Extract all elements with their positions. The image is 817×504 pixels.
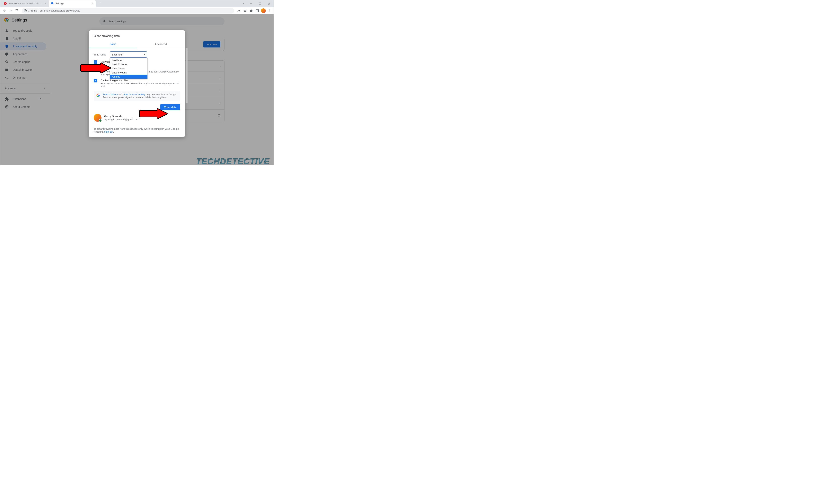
svg-marker-17 [140,109,167,119]
cached-row[interactable]: ✓ Cached images and files Frees up less … [94,79,180,88]
share-button[interactable] [236,8,242,13]
close-icon[interactable]: × [44,2,47,5]
tab-strip: How to clear cache and cookies c × Setti… [0,0,274,7]
svg-rect-1 [250,4,252,4]
dialog-tabs: Basic Advanced [89,40,185,48]
time-option[interactable]: Last 24 hours [110,62,147,66]
dialog-tab-advanced[interactable]: Advanced [137,40,185,48]
tab-list: How to clear cache and cookies c × Setti… [0,0,103,7]
scrollbar-thumb[interactable] [185,48,187,103]
synced-user-row: Gerry Durande Syncing to germd94@gmail.c… [89,110,185,122]
clear-browsing-data-dialog: Clear browsing data Basic Advanced Time … [89,30,185,137]
minimize-button[interactable] [247,0,256,7]
svg-point-0 [4,2,7,5]
time-range-popup: Last hour Last 24 hours Last 7 days Last… [110,58,148,79]
time-option[interactable]: Last 4 weeks [110,71,147,75]
sync-badge-icon [99,119,102,122]
time-range-label: Time range [94,53,106,56]
annotation-arrow-1 [81,63,110,73]
new-tab-button[interactable]: + [97,0,103,6]
svg-point-3 [24,9,26,12]
tab-title: How to clear cache and cookies c [8,2,42,5]
window-controls [240,0,274,7]
settings-gear-icon [51,2,54,5]
caret-down-icon: ▼ [143,54,145,56]
maximize-button[interactable] [256,0,265,7]
browsing-history-title: Browsin [101,60,110,63]
cached-title: Cached images and files [101,79,180,82]
trend-favicon-icon [4,2,7,5]
info-box: Search history and other forms of activi… [94,91,180,101]
tab-active[interactable]: Settings × [49,0,96,7]
sign-out-link[interactable]: sign out [104,130,113,133]
annotation-arrow-2 [140,109,167,119]
watermark: TECHDETECTIVE [196,157,270,165]
omnibox[interactable]: Chrome chrome://settings/clearBrowserDat… [22,8,234,13]
toolbar: Chrome chrome://settings/clearBrowserDat… [0,7,274,14]
close-icon[interactable]: × [90,2,94,5]
dialog-tab-basic[interactable]: Basic [89,40,137,48]
menu-button[interactable] [267,8,272,13]
tab-inactive[interactable]: How to clear cache and cookies c × [2,0,49,7]
profile-avatar[interactable] [261,8,266,13]
url-text: chrome://settings/clearBrowserData [40,9,80,12]
checkbox-checked[interactable]: ✓ [94,79,97,82]
svg-point-9 [269,11,270,12]
tab-title: Settings [55,2,89,5]
site-info[interactable]: Chrome [24,9,38,12]
svg-point-4 [25,10,26,11]
chrome-icon [24,9,27,12]
scrollbar-track[interactable] [185,48,187,101]
cached-sub: Frees up less than 56.7 MB. Some sites m… [101,82,180,88]
time-option[interactable]: Last hour [110,58,147,62]
svg-point-8 [269,10,270,11]
close-window-button[interactable] [265,0,274,7]
info-text: Search history and other forms of activi… [103,93,177,99]
forward-button[interactable] [8,8,13,13]
bookmark-button[interactable] [242,8,248,13]
svg-rect-6 [258,10,259,12]
user-name: Gerry Durande [104,115,138,118]
dialog-title: Clear browsing data [89,30,185,40]
svg-point-7 [269,9,270,10]
search-history-link[interactable]: Search history [103,93,118,96]
google-icon [96,94,100,97]
signout-text: To clear browsing data from this device … [89,125,185,133]
time-range-row: Time range Last hour ▼ Last hour Last 24… [94,51,180,58]
site-label: Chrome [28,9,37,12]
other-activity-link[interactable]: other forms of activity [123,93,145,96]
omnibox-divider [38,9,38,12]
user-sync-text: Syncing to germd94@gmail.com [104,118,138,121]
browser-window: How to clear cache and cookies c × Setti… [0,0,274,165]
time-option[interactable]: Last 7 days [110,66,147,71]
svg-marker-16 [81,63,110,73]
back-button[interactable] [2,8,7,13]
svg-rect-2 [259,3,261,5]
time-range-value: Last hour [112,53,123,56]
tab-search-icon[interactable] [240,1,247,6]
dialog-footer: Clear data [89,101,185,110]
user-avatar [94,114,101,122]
sidepanel-button[interactable] [255,8,260,13]
time-range-select[interactable]: Last hour ▼ Last hour Last 24 hours Last… [110,51,147,58]
extensions-button[interactable] [249,8,254,13]
reload-button[interactable] [14,8,20,13]
dialog-body: Time range Last hour ▼ Last hour Last 24… [89,48,185,101]
time-option-highlight[interactable]: All time [110,75,147,79]
